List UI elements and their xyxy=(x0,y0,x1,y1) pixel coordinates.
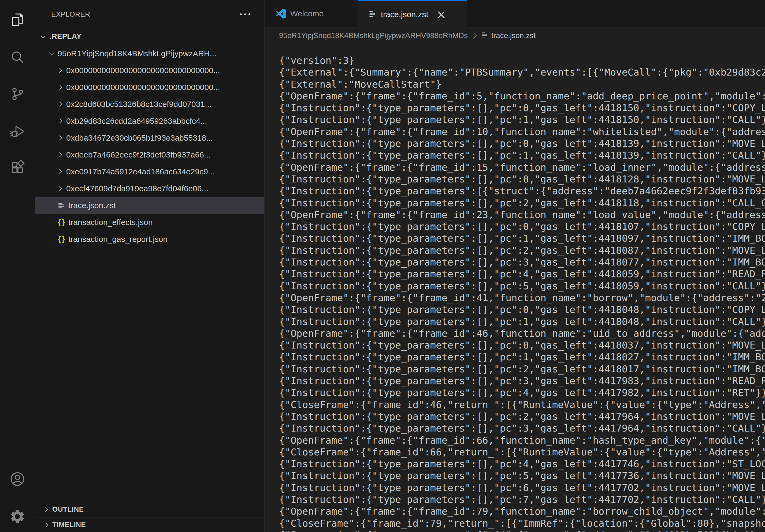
code-line: {"OpenFrame":{"frame":{"frame_id":46,"fu… xyxy=(279,328,765,339)
code-line: {"Instruction":{"type_parameters":[],"pc… xyxy=(279,173,765,185)
code-line: {"Instruction":{"type_parameters":[],"pc… xyxy=(279,339,765,351)
code-line: {"OpenFrame":{"frame":{"frame_id":41,"fu… xyxy=(279,292,765,304)
code-line: {"OpenFrame":{"frame":{"frame_id":5,"fun… xyxy=(279,90,765,102)
tree-item-dir[interactable]: 0xe0917b74a5912e4ad186ac634e29c9... xyxy=(35,163,265,180)
source-control-icon[interactable] xyxy=(0,78,35,110)
code-line: {"Instruction":{"type_parameters":[],"pc… xyxy=(279,138,765,149)
sidebar-title: EXPLORER xyxy=(51,10,90,19)
code-line: {"OpenFrame":{"frame":{"frame_id":66,"fu… xyxy=(279,434,765,446)
code-line: {"Instruction":{"type_parameters":[],"pc… xyxy=(279,411,765,422)
more-actions-icon[interactable] xyxy=(240,13,250,15)
code-line: {"Instruction":{"type_parameters":[],"pc… xyxy=(279,197,765,209)
json-file-icon: {} xyxy=(56,218,67,227)
code-line: {"Instruction":{"type_parameters":[],"pc… xyxy=(279,316,765,328)
tree-item-dir[interactable]: 0x2c8d603bc51326b8c13cef9dd07031... xyxy=(35,96,265,113)
code-line: {"CloseFrame":{"frame_id":46,"return_":[… xyxy=(279,399,765,411)
code-line: {"Instruction":{"type_parameters":[{"str… xyxy=(279,185,765,197)
chevron-right-icon xyxy=(56,102,65,106)
code-line: {"CloseFrame":{"frame_id":66,"return_":[… xyxy=(279,446,765,458)
tree-item-dir[interactable]: 0xdba34672e30cb065b1f93e3ab55318... xyxy=(35,130,265,146)
chevron-right-icon xyxy=(56,153,65,156)
list-file-icon xyxy=(56,201,67,209)
explorer-sidebar: EXPLORER .REPLAY 95oR1YipjSnqd18K4BMshkL… xyxy=(35,0,265,532)
code-line: {"Instruction":{"type_parameters":[],"pc… xyxy=(279,232,765,244)
tree-item-file[interactable]: {} transaction_gas_report.json xyxy=(35,231,265,247)
code-line: {"OpenFrame":{"frame":{"frame_id":10,"fu… xyxy=(279,126,765,138)
list-file-icon xyxy=(368,10,377,19)
tab-welcome[interactable]: Welcome xyxy=(265,0,358,27)
section-label: .REPLAY xyxy=(50,32,82,41)
breadcrumb-file[interactable]: trace.json.zst xyxy=(491,31,535,40)
tree-root-folder[interactable]: 95oR1YipjSnqd18K4BMshkLgPijypwzARH... xyxy=(35,45,265,62)
code-line: {"Instruction":{"type_parameters":[],"pc… xyxy=(279,363,765,375)
editor-content[interactable]: {"version":3} {"External":{"Summary":{"n… xyxy=(279,55,765,532)
code-line: {"Instruction":{"type_parameters":[],"pc… xyxy=(279,256,765,268)
tree-item-file[interactable]: {} transaction_effects.json xyxy=(35,214,265,231)
code-line: {"Instruction":{"type_parameters":[],"pc… xyxy=(279,494,765,505)
vscode-logo-icon xyxy=(276,9,286,19)
tree-item-dir[interactable]: 0x0000000000000000000000000000000... xyxy=(35,62,265,79)
panel-timeline[interactable]: TIMELINE xyxy=(35,518,264,532)
code-line: {"Instruction":{"type_parameters":[],"pc… xyxy=(279,268,765,280)
breadcrumb: 95oR1YipjSnqd18K4BMshkLgPijypwzARHV988eR… xyxy=(265,27,765,44)
chevron-right-icon xyxy=(42,523,51,527)
code-line: {"Instruction":{"type_parameters":[],"pc… xyxy=(279,149,765,161)
code-line: {"Instruction":{"type_parameters":[],"pc… xyxy=(279,221,765,232)
code-line: {"OpenFrame":{"frame":{"frame_id":23,"fu… xyxy=(279,209,765,221)
panel-outline[interactable]: OUTLINE xyxy=(35,501,264,518)
settings-gear-icon[interactable] xyxy=(0,500,35,532)
code-line: {"OpenFrame":{"frame":{"frame_id":15,"fu… xyxy=(279,161,765,173)
close-icon[interactable]: × xyxy=(436,9,446,20)
code-line: {"Instruction":{"type_parameters":[],"pc… xyxy=(279,387,765,399)
tab-trace-json-zst[interactable]: trace.json.zst × xyxy=(358,0,467,28)
code-line: {"Instruction":{"type_parameters":[],"pc… xyxy=(279,351,765,363)
code-line: {"External":{"Summary":{"name":"PTBSumma… xyxy=(279,67,765,78)
code-line: {"version":3} xyxy=(279,55,765,67)
chevron-right-icon xyxy=(56,136,65,139)
activity-bar xyxy=(0,0,35,532)
breadcrumb-folder[interactable]: 95oR1YipjSnqd18K4BMshkLgPijypwzARHV988eR… xyxy=(279,31,468,40)
chevron-right-icon xyxy=(56,69,65,72)
code-line: {"Instruction":{"type_parameters":[],"pc… xyxy=(279,280,765,292)
code-line: {"CloseFrame":{"frame_id":79,"return_":[… xyxy=(279,518,765,529)
code-line: {"Instruction":{"type_parameters":[],"pc… xyxy=(279,482,765,494)
chevron-right-icon xyxy=(56,119,65,123)
code-line: {"External":"MoveCallStart"} xyxy=(279,79,765,90)
tree-item-dir[interactable]: 0xdeeb7a4662eec9f2f3def03fb937a66... xyxy=(35,146,265,163)
run-debug-icon[interactable] xyxy=(0,114,35,146)
explorer-icon[interactable] xyxy=(0,4,35,36)
tab-bar: Welcome trace.json.zst × xyxy=(265,0,765,28)
chevron-down-icon xyxy=(38,35,47,38)
chevron-right-icon xyxy=(471,33,477,39)
tree-item-file-selected[interactable]: trace.json.zst xyxy=(35,197,265,214)
tree-item-dir[interactable]: 0xecf47609d7da919ea98e7fd04f6e06... xyxy=(35,180,265,197)
list-file-icon xyxy=(480,31,488,40)
chevron-down-icon xyxy=(47,53,56,55)
code-line: {"OpenFrame":{"frame":{"frame_id":79,"fu… xyxy=(279,505,765,517)
code-line: {"Instruction":{"type_parameters":[],"pc… xyxy=(279,245,765,256)
chevron-right-icon xyxy=(56,86,65,89)
editor-group: Welcome trace.json.zst × 95oR1YipjSnqd18… xyxy=(265,0,765,532)
code-line: {"Instruction":{"type_parameters":[],"pc… xyxy=(279,470,765,482)
chevron-right-icon xyxy=(56,187,65,190)
chevron-right-icon xyxy=(42,508,51,511)
account-icon[interactable] xyxy=(0,463,35,495)
extensions-icon[interactable] xyxy=(0,151,35,183)
json-file-icon: {} xyxy=(56,235,67,244)
tree-item-dir[interactable]: 0xb29d83c26cdd2a64959263abbcfc4... xyxy=(35,113,265,130)
section-header-replay[interactable]: .REPLAY xyxy=(35,28,265,45)
search-icon[interactable] xyxy=(0,42,35,74)
code-line: {"Instruction":{"type_parameters":[],"pc… xyxy=(279,102,765,114)
tree-item-dir[interactable]: 0x0000000000000000000000000000000... xyxy=(35,79,265,96)
chevron-right-icon xyxy=(56,170,65,173)
code-line: {"Instruction":{"type_parameters":[],"pc… xyxy=(279,422,765,434)
code-line: {"Instruction":{"type_parameters":["u64"… xyxy=(279,529,765,532)
code-line: {"Instruction":{"type_parameters":[],"pc… xyxy=(279,114,765,126)
code-line: {"Instruction":{"type_parameters":[],"pc… xyxy=(279,458,765,470)
code-line: {"Instruction":{"type_parameters":[],"pc… xyxy=(279,375,765,387)
code-line: {"Instruction":{"type_parameters":[],"pc… xyxy=(279,304,765,316)
